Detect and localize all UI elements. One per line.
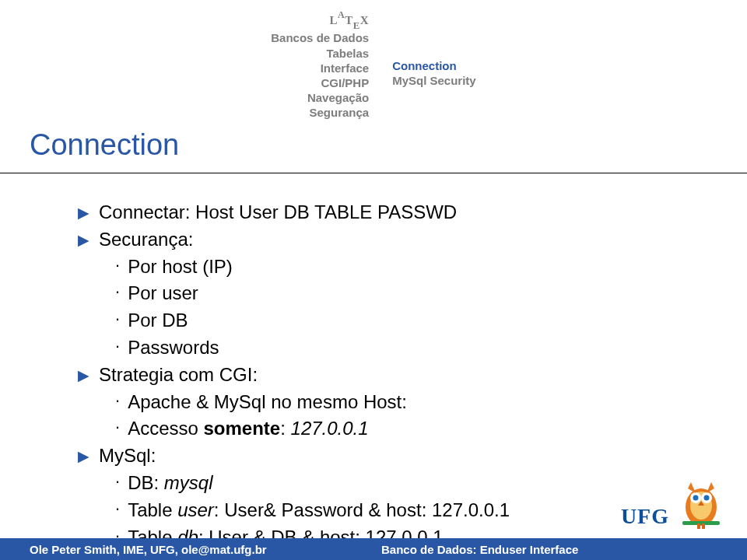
triangle-icon: ▶ [78, 446, 89, 467]
footer-bar: Ole Peter Smith, IME, UFG, ole@mat.ufg.b… [0, 538, 747, 560]
nav-item: Tabelas [271, 46, 369, 61]
sub-text: DB: mysql [128, 470, 212, 497]
nav-sub-active: Connection [392, 58, 476, 73]
triangle-icon: ▶ [78, 202, 89, 224]
nav-item: Interface [271, 61, 369, 75]
dot-icon: · [115, 496, 120, 521]
triangle-icon: ▶ [78, 229, 89, 251]
slide-content: ▶ Connectar: Host User DB TABLE PASSWD ▶… [78, 199, 510, 551]
header-nav: LATEX Bancos de Dados Tabelas Interface … [0, 11, 747, 120]
nav-item: Navegação [271, 90, 369, 105]
svg-point-4 [693, 495, 699, 501]
svg-point-5 [704, 495, 710, 501]
sub-item: · Por DB [115, 307, 510, 334]
bullet-text: MySql: [99, 443, 156, 470]
dot-icon: · [115, 415, 120, 439]
dot-icon: · [115, 334, 120, 359]
triangle-icon: ▶ [78, 365, 89, 387]
slide-title: Connection [30, 128, 179, 162]
sub-text: Por host (IP) [128, 254, 233, 281]
sub-item: · Por user [115, 280, 510, 307]
footer-right: Banco de Dados: Enduser Interface [374, 543, 578, 556]
sub-text-bold: somente [204, 418, 281, 439]
sub-item: · DB: mysql [115, 470, 510, 497]
sub-item: · Por host (IP) [115, 254, 510, 281]
sub-text-part: : User& Password & host: 127.0.0.1 [214, 499, 510, 520]
sub-text: Apache & MySql no mesmo Host: [128, 389, 407, 416]
title-rule [0, 173, 747, 173]
dot-icon: · [115, 388, 120, 413]
nav-right-column: Connection MySql Security [392, 11, 476, 120]
sub-item: · Table user: User& Password & host: 127… [115, 497, 510, 524]
sub-text: Por user [128, 280, 198, 307]
bullet-item: ▶ Strategia com CGI: [78, 362, 510, 389]
sub-text: Accesso somente: 127.0.0.1 [128, 415, 369, 443]
bullet-item: ▶ Connectar: Host User DB TABLE PASSWD [78, 199, 510, 226]
svg-rect-9 [702, 523, 705, 529]
owl-icon [679, 474, 724, 529]
sub-text: Por DB [128, 307, 188, 334]
logo-block: UFG [621, 474, 724, 529]
nav-left-column: LATEX Bancos de Dados Tabelas Interface … [271, 11, 369, 120]
sub-text: Passwords [128, 334, 219, 362]
sub-item: · Accesso somente: 127.0.0.1 [115, 415, 510, 443]
sub-text-italic: user [177, 499, 214, 520]
bullet-item: ▶ MySql: [78, 443, 510, 470]
dot-icon: · [115, 279, 120, 304]
svg-rect-7 [682, 521, 720, 525]
svg-rect-8 [697, 523, 700, 529]
ufg-logo-text: UFG [621, 504, 669, 529]
bullet-text: Connectar: Host User DB TABLE PASSWD [99, 199, 457, 226]
bullet-text: Strategia com CGI: [99, 362, 258, 389]
dot-icon: · [115, 469, 120, 494]
sub-text-part: : [280, 418, 290, 439]
sub-text: Table user: User& Password & host: 127.0… [128, 497, 510, 524]
dot-icon: · [115, 253, 120, 278]
sub-item: · Passwords [115, 334, 510, 362]
bullet-item: ▶ Securança: [78, 226, 510, 254]
footer-left: Ole Peter Smith, IME, UFG, ole@mat.ufg.b… [0, 543, 374, 556]
nav-item: Bancos de Dados [271, 30, 369, 45]
sub-text-italic: 127.0.0.1 [291, 418, 369, 439]
sub-item: · Apache & MySql no mesmo Host: [115, 389, 510, 416]
dot-icon: · [115, 306, 120, 331]
nav-item: Segurança [271, 105, 369, 120]
nav-item: CGI/PHP [271, 75, 369, 90]
sub-text-italic: mysql [164, 472, 213, 493]
sub-text-part: Accesso [128, 418, 203, 439]
sub-text-part: Table [128, 499, 177, 520]
nav-sub-item: MySql Security [392, 73, 476, 88]
bullet-text: Securança: [99, 226, 193, 254]
nav-latex: LATEX [271, 11, 369, 30]
sub-text-part: DB: [128, 472, 164, 493]
